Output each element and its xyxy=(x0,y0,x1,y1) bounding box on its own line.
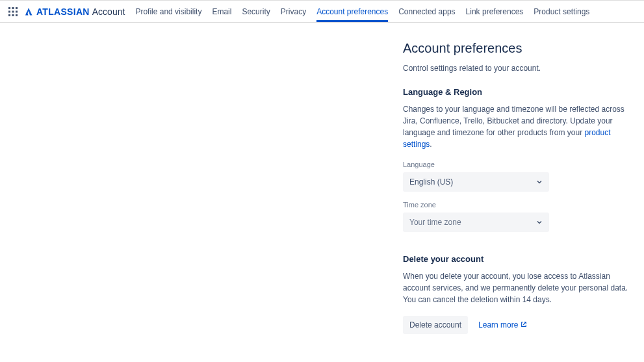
svg-rect-7 xyxy=(12,14,14,16)
nav-account-preferences[interactable]: Account preferences xyxy=(316,1,388,22)
svg-rect-0 xyxy=(8,7,10,9)
nav-email[interactable]: Email xyxy=(212,1,231,22)
brand-atlassian-text: ATLASSIAN xyxy=(36,6,90,17)
delete-account-desc: When you delete your account, you lose a… xyxy=(403,270,630,305)
header: ATLASSIAN Account Profile and visibility… xyxy=(0,1,644,23)
brand-account-text: Account xyxy=(92,6,125,17)
svg-rect-6 xyxy=(8,14,10,16)
logo[interactable]: ATLASSIAN Account xyxy=(23,6,125,17)
app-switcher-icon[interactable] xyxy=(8,6,18,17)
main-content: Account preferences Control settings rel… xyxy=(403,23,630,334)
timezone-label: Time zone xyxy=(403,201,630,209)
language-label: Language xyxy=(403,161,630,168)
svg-rect-3 xyxy=(8,10,10,12)
timezone-select-placeholder: Your time zone xyxy=(409,218,461,227)
external-link-icon xyxy=(521,320,527,330)
learn-more-label: Learn more xyxy=(478,320,518,330)
nav-product-settings[interactable]: Product settings xyxy=(534,1,589,22)
svg-rect-4 xyxy=(12,10,14,12)
delete-account-title: Delete your account xyxy=(403,254,630,264)
svg-rect-8 xyxy=(16,14,18,16)
nav-security[interactable]: Security xyxy=(242,1,270,22)
learn-more-link[interactable]: Learn more xyxy=(478,320,527,330)
svg-rect-1 xyxy=(12,7,14,9)
nav-privacy[interactable]: Privacy xyxy=(281,1,306,22)
svg-rect-5 xyxy=(16,10,18,12)
timezone-select[interactable]: Your time zone xyxy=(403,213,549,232)
delete-account-button[interactable]: Delete account xyxy=(403,316,468,334)
atlassian-logo-icon xyxy=(23,6,34,17)
language-select[interactable]: English (US) xyxy=(403,172,549,192)
delete-account-section: Delete your account When you delete your… xyxy=(403,254,630,334)
chevron-down-icon xyxy=(536,217,543,227)
lang-region-desc: Changes to your language and timezone wi… xyxy=(403,103,630,150)
page-subtitle: Control settings related to your account… xyxy=(403,64,630,73)
page-title: Account preferences xyxy=(403,41,630,56)
delete-action-row: Delete account Learn more xyxy=(403,316,630,334)
top-nav: Profile and visibility Email Security Pr… xyxy=(135,1,589,22)
lang-region-desc-suffix: . xyxy=(430,140,431,149)
nav-connected-apps[interactable]: Connected apps xyxy=(398,1,455,22)
lang-region-title: Language & Region xyxy=(403,87,630,97)
language-select-value: English (US) xyxy=(409,177,453,187)
svg-rect-2 xyxy=(16,7,18,9)
nav-link-preferences[interactable]: Link preferences xyxy=(466,1,524,22)
nav-profile-visibility[interactable]: Profile and visibility xyxy=(135,1,201,22)
chevron-down-icon xyxy=(536,177,543,187)
